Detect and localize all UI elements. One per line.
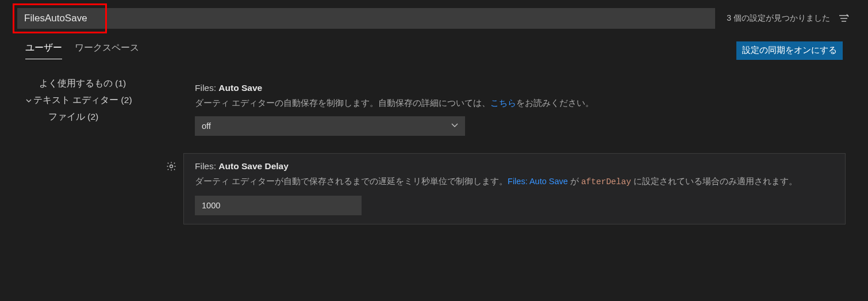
setting-files-auto-save-delay: Files: Auto Save Delay ダーティ エディターが自動で保存さ… <box>184 154 845 223</box>
code-text: afterDelay <box>581 177 631 186</box>
auto-save-select-value: off <box>202 121 211 131</box>
turn-on-settings-sync-button[interactable]: 設定の同期をオンにする <box>736 41 843 60</box>
auto-save-select[interactable]: off <box>195 116 465 136</box>
settings-search-input[interactable] <box>17 8 715 29</box>
search-results-count: 3 個の設定が見つかりました <box>727 13 830 24</box>
tab-user[interactable]: ユーザー <box>25 42 62 59</box>
setting-title: Files: Auto Save Delay <box>195 161 834 172</box>
setting-title: Files: Auto Save <box>195 83 834 93</box>
filter-icon[interactable] <box>837 13 851 24</box>
sidebar-item-frequently-used[interactable]: よく使用するもの (1) <box>25 75 184 92</box>
tab-workspace[interactable]: ワークスペース <box>75 42 139 59</box>
sidebar-item-file[interactable]: ファイル (2) <box>25 109 184 125</box>
sidebar-item-text-editor[interactable]: テキスト エディター (2) <box>25 92 184 109</box>
svg-point-4 <box>170 165 173 168</box>
setting-files-auto-save: Files: Auto Save ダーティ エディターの自動保存を制御します。自… <box>184 75 845 144</box>
sidebar-item-label: テキスト エディター (2) <box>33 94 132 106</box>
setting-description: ダーティ エディターの自動保存を制御します。自動保存の詳細については、こちらをお… <box>195 97 834 109</box>
chevron-down-icon <box>25 97 33 104</box>
gear-icon[interactable] <box>166 161 176 172</box>
setting-description: ダーティ エディターが自動で保存されるまでの遅延をミリ秒単位で制御します。Fil… <box>195 175 834 188</box>
auto-save-delay-input[interactable] <box>195 196 362 215</box>
chevron-down-icon <box>450 120 459 129</box>
auto-save-setting-link[interactable]: Files: Auto Save <box>508 177 568 186</box>
auto-save-doc-link[interactable]: こちら <box>490 98 516 108</box>
